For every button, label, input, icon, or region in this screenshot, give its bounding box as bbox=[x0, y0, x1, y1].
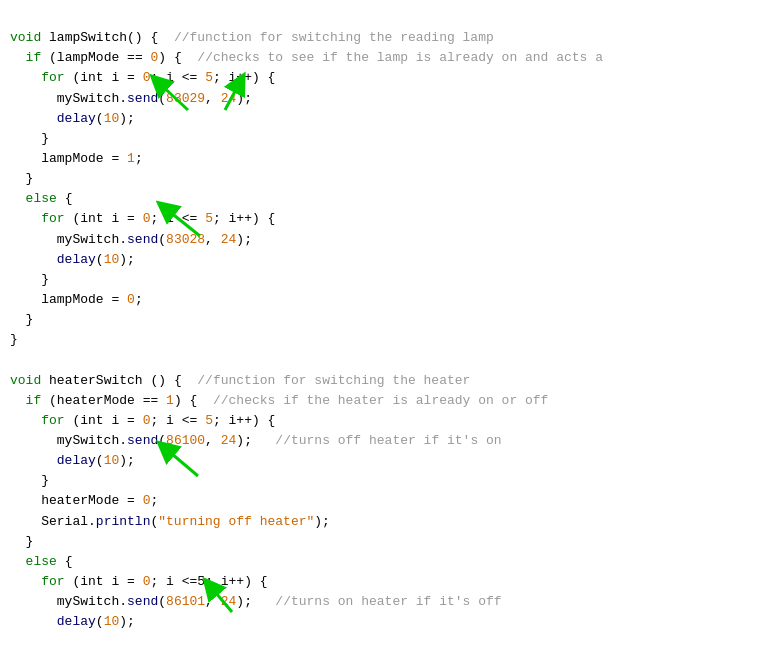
code-content: void lampSwitch() { //function for switc… bbox=[10, 8, 752, 632]
line-24: Serial.println("turning off heater"); bbox=[10, 514, 330, 529]
line-13: } bbox=[10, 272, 49, 287]
line-4: mySwitch.send(83029, 24); bbox=[10, 91, 252, 106]
line-14: lampMode = 0; bbox=[10, 292, 143, 307]
line-2: if (lampMode == 0) { //checks to see if … bbox=[10, 50, 603, 65]
line-20: mySwitch.send(86100, 24); //turns off he… bbox=[10, 433, 502, 448]
line-15: } bbox=[10, 312, 33, 327]
line-16: } bbox=[10, 332, 18, 347]
line-25: } bbox=[10, 534, 33, 549]
line-19: for (int i = 0; i <= 5; i++) { bbox=[10, 413, 275, 428]
line-28: mySwitch.send(86101, 24); //turns on hea… bbox=[10, 594, 502, 609]
line-8: } bbox=[10, 171, 33, 186]
line-3: for (int i = 0; i <= 5; i++) { bbox=[10, 70, 275, 85]
line-29: delay(10); bbox=[10, 614, 135, 629]
line-22: } bbox=[10, 473, 49, 488]
line-17: void heaterSwitch () { //function for sw… bbox=[10, 373, 470, 388]
line-12: delay(10); bbox=[10, 252, 135, 267]
line-27: for (int i = 0; i <=5; i++) { bbox=[10, 574, 268, 589]
line-11: mySwitch.send(83028, 24); bbox=[10, 232, 252, 247]
line-23: heaterMode = 0; bbox=[10, 493, 158, 508]
line-7: lampMode = 1; bbox=[10, 151, 143, 166]
line-5: delay(10); bbox=[10, 111, 135, 126]
line-1: void lampSwitch() { //function for switc… bbox=[10, 30, 494, 45]
line-18: if (heaterMode == 1) { //checks if the h… bbox=[10, 393, 548, 408]
line-26: else { bbox=[10, 554, 72, 569]
line-6: } bbox=[10, 131, 49, 146]
line-10: for (int i = 0; i <= 5; i++) { bbox=[10, 211, 275, 226]
line-9: else { bbox=[10, 191, 72, 206]
line-blank-1 bbox=[10, 352, 18, 367]
code-editor: void lampSwitch() { //function for switc… bbox=[10, 8, 752, 632]
line-21: delay(10); bbox=[10, 453, 135, 468]
